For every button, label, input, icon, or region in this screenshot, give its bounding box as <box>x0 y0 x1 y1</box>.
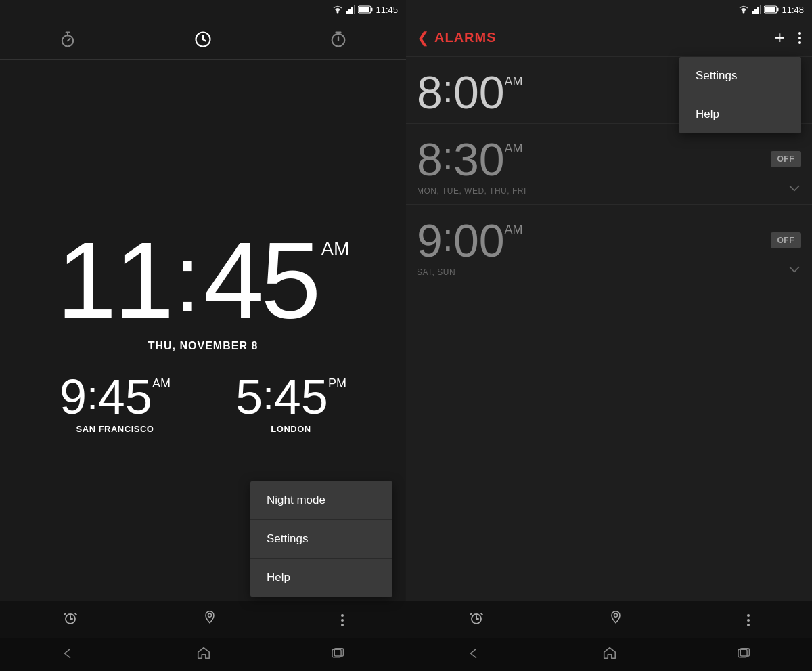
svg-rect-2 <box>348 9 351 14</box>
alarm-3-hour: 9 <box>417 217 443 263</box>
right-nav-location-icon[interactable] <box>608 610 623 630</box>
svg-rect-29 <box>777 8 779 12</box>
main-time-display: 11 : 45 AM <box>57 226 350 334</box>
svg-rect-30 <box>765 7 775 12</box>
main-colon: : <box>172 232 204 326</box>
signal-icon <box>346 5 355 14</box>
svg-rect-4 <box>354 5 355 14</box>
alarm-3-days: SAT, SUN <box>417 267 455 277</box>
left-system-nav <box>0 638 406 671</box>
svg-rect-24 <box>752 11 754 14</box>
right-nav-more-icon[interactable] <box>747 614 750 626</box>
context-menu-help[interactable]: Help <box>250 559 392 597</box>
wc-sf-ampm: AM <box>152 376 171 391</box>
right-status-bar: 11:48 <box>406 0 812 19</box>
alarm-3-row: 9 : 00 AM OFF <box>417 217 801 263</box>
alarm-2-expand-icon[interactable] <box>788 182 801 196</box>
wc-london-minute: 45 <box>274 372 328 421</box>
alarm-item-3[interactable]: 9 : 00 AM OFF SAT, SUN <box>406 205 812 286</box>
left-context-menu: Night mode Settings Help <box>250 481 392 597</box>
alarm-3-expand-icon[interactable] <box>788 263 801 278</box>
wc-london-city: LONDON <box>271 424 311 434</box>
right-home-button[interactable] <box>602 646 617 664</box>
left-panel: 11:45 <box>0 0 406 671</box>
wc-sf-colon: : <box>87 375 98 416</box>
left-tab-bar <box>0 19 406 60</box>
world-clock-sf[interactable]: 9 : 45 AM SAN FRANCISCO <box>60 372 171 434</box>
svg-point-23 <box>743 12 745 14</box>
alarm-list: 8 : 00 AM 8 : 30 AM OFF MON, TUE, WED, T… <box>406 57 812 601</box>
alarm-2-minute: 30 <box>453 136 505 182</box>
stopwatch-icon <box>329 30 348 49</box>
nav-more-icon[interactable] <box>341 614 344 626</box>
svg-line-8 <box>68 38 70 41</box>
svg-rect-27 <box>760 5 761 14</box>
alarm-1-hour: 8 <box>417 69 443 115</box>
right-status-time: 11:48 <box>782 5 804 15</box>
wc-sf-minute: 45 <box>98 372 152 421</box>
left-back-button[interactable] <box>60 647 76 664</box>
svg-rect-3 <box>351 7 353 14</box>
main-hour: 11 <box>57 226 172 334</box>
alarm-3-toggle[interactable]: OFF <box>771 232 802 248</box>
alarm-item-2[interactable]: 8 : 30 AM OFF MON, TUE, WED, THU, FRI <box>406 124 812 205</box>
main-date: THU, NOVEMBER 8 <box>148 340 258 352</box>
right-nav-alarm-icon[interactable] <box>468 610 484 630</box>
main-ampm: AM <box>321 240 349 259</box>
alarm-1-time: 8 : 00 AM <box>417 69 523 115</box>
left-status-icons: 11:45 <box>332 5 398 15</box>
nav-location-icon[interactable] <box>202 610 217 630</box>
world-clock-london[interactable]: 5 : 45 PM LONDON <box>235 372 346 434</box>
right-dropdown-help[interactable]: Help <box>679 95 801 133</box>
alarm-1-ampm: AM <box>505 74 523 89</box>
right-system-nav <box>406 638 812 671</box>
clock-icon <box>194 30 212 49</box>
alarm-2-colon: : <box>443 136 453 175</box>
wc-london-time: 5 : 45 PM <box>235 372 346 421</box>
battery-icon <box>358 5 373 14</box>
alarm-1-colon: : <box>443 69 453 108</box>
right-panel: 11:48 ❮ ALARMS + 8 : 00 AM <box>406 0 812 671</box>
world-clocks: 9 : 45 AM SAN FRANCISCO 5 : 45 PM LONDON <box>14 372 392 434</box>
alarms-header: ❮ ALARMS + <box>406 19 812 57</box>
alarm-3-ampm: AM <box>505 223 523 237</box>
right-battery-icon <box>764 5 779 14</box>
left-recents-button[interactable] <box>331 647 346 663</box>
wc-london-hour: 5 <box>235 372 263 421</box>
svg-point-19 <box>208 613 211 617</box>
svg-line-11 <box>203 39 206 41</box>
right-bottom-nav <box>406 601 812 638</box>
wc-london-colon: : <box>263 375 274 416</box>
svg-point-34 <box>614 613 617 617</box>
alarm-2-row: 8 : 30 AM OFF <box>417 136 801 182</box>
right-wifi-icon <box>738 5 749 14</box>
alarm-2-toggle[interactable]: OFF <box>771 151 802 167</box>
tab-clock[interactable] <box>135 30 270 49</box>
alarm-3-minute: 00 <box>453 217 505 263</box>
alarm-2-time: 8 : 30 AM <box>417 136 523 182</box>
alarms-add-button[interactable]: + <box>775 27 785 48</box>
right-dropdown-settings[interactable]: Settings <box>679 57 801 95</box>
wc-sf-city: SAN FRANCISCO <box>76 424 154 434</box>
tab-stopwatch[interactable] <box>271 30 406 49</box>
right-recents-button[interactable] <box>737 647 752 663</box>
alarms-back-button[interactable]: ❮ <box>417 29 429 47</box>
left-home-button[interactable] <box>196 646 211 664</box>
svg-rect-26 <box>757 7 759 14</box>
context-menu-settings[interactable]: Settings <box>250 520 392 559</box>
wc-sf-time: 9 : 45 AM <box>60 372 171 421</box>
right-back-button[interactable] <box>466 647 482 664</box>
left-bottom-nav <box>0 601 406 638</box>
wc-london-ampm: PM <box>328 376 346 391</box>
svg-rect-25 <box>754 9 757 14</box>
nav-alarm-icon[interactable] <box>62 610 78 630</box>
right-signal-icon <box>752 5 761 14</box>
right-status-icons: 11:48 <box>738 5 804 15</box>
tab-timer[interactable] <box>0 30 135 49</box>
svg-point-0 <box>337 12 339 14</box>
context-menu-night-mode[interactable]: Night mode <box>250 481 392 520</box>
alarms-more-button[interactable] <box>798 32 801 44</box>
alarms-title: ALARMS <box>434 30 775 45</box>
right-dropdown-menu: Settings Help <box>679 57 801 133</box>
wifi-icon <box>332 5 343 14</box>
